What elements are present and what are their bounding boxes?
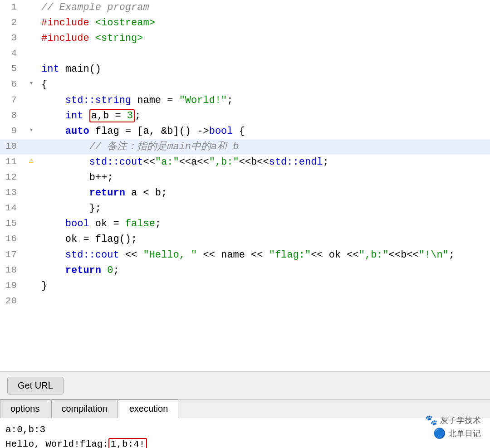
line-code: }: [38, 278, 490, 294]
line-gutter: [25, 46, 38, 62]
line-gutter: [25, 31, 38, 46]
line-number: [0, 309, 25, 325]
line-gutter: [25, 0, 38, 15]
warning-icon: ⚠: [29, 156, 34, 165]
line-number: 12: [0, 170, 25, 185]
line-number: 1: [0, 0, 25, 15]
line-code: return 0;: [38, 263, 490, 278]
bottom-bar: Get URL options compilation execution a:…: [0, 372, 490, 448]
code-table: 1 // Example program 2 #include <iostrea…: [0, 0, 490, 371]
line-gutter: [25, 216, 38, 232]
tab-options[interactable]: options: [0, 399, 50, 418]
table-row: 5 int main(): [0, 62, 490, 77]
line-number: 7: [0, 93, 25, 108]
output-highlighted-value: 1,b:4!: [108, 438, 147, 448]
line-number: 19: [0, 278, 25, 294]
line-gutter: ⚠: [25, 155, 38, 170]
table-row: 18 return 0;: [0, 263, 490, 278]
line-gutter: [25, 201, 38, 216]
table-row: 8 int a,b = 3;: [0, 108, 490, 124]
brand-name-2: 北单日记: [448, 428, 481, 439]
line-code: std::cout<<"a:"<<a<<",b:"<<b<<std::endl;: [38, 155, 490, 170]
tab-execution[interactable]: execution: [119, 399, 179, 418]
line-code: std::string name = "World!";: [38, 93, 490, 108]
output-line-1: a:0,b:3: [5, 423, 485, 437]
table-row: 4: [0, 46, 490, 62]
table-row: 17 std::cout << "Hello, " << name << "fl…: [0, 248, 490, 263]
line-gutter: [25, 278, 38, 294]
table-row: 19 }: [0, 278, 490, 294]
line-code: // Example program: [38, 0, 490, 15]
table-row: 16 ok = flag();: [0, 232, 490, 247]
line-number: 4: [0, 46, 25, 62]
line-number: 11: [0, 155, 25, 170]
table-row: 1 // Example program: [0, 0, 490, 15]
line-gutter: [25, 232, 38, 247]
table-row: 6 ▾ {: [0, 77, 490, 93]
brand-icon-gray: 🐾: [425, 414, 437, 426]
table-row: 20: [0, 294, 490, 309]
line-gutter: [25, 170, 38, 185]
line-gutter: [25, 185, 38, 201]
table-row: [0, 355, 490, 371]
line-code: #include <string>: [38, 31, 490, 46]
line-gutter: [25, 15, 38, 31]
table-row: 15 bool ok = false;: [0, 216, 490, 232]
table-row: [0, 309, 490, 325]
brand-row-1: 🐾 灰子学技术: [425, 414, 481, 426]
line-number: 8: [0, 108, 25, 124]
line-gutter[interactable]: ▾: [25, 77, 38, 93]
line-code: [38, 340, 490, 355]
table-row: 9 ▾ auto flag = [a, &b]() ->bool {: [0, 124, 490, 139]
table-row: [0, 340, 490, 355]
line-gutter: [25, 93, 38, 108]
brand-row-2: 🔵 北单日记: [425, 428, 481, 439]
line-code: [38, 309, 490, 325]
line-number: 17: [0, 248, 25, 263]
line-number: 9: [0, 124, 25, 139]
line-number: [0, 325, 25, 340]
line-code: [38, 294, 490, 309]
line-number: 13: [0, 185, 25, 201]
line-number: 18: [0, 263, 25, 278]
line-code: [38, 325, 490, 340]
line-number: 2: [0, 15, 25, 31]
output-prefix: Hello, World!flag:: [5, 439, 108, 448]
output-area: a:0,b:3 Hello, World!flag:1,b:4!: [0, 418, 490, 448]
line-code: std::cout << "Hello, " << name << "flag:…: [38, 248, 490, 263]
line-number: 10: [0, 139, 25, 155]
table-row: 13 return a < b;: [0, 185, 490, 201]
line-number: 3: [0, 31, 25, 46]
line-number: 6: [0, 77, 25, 93]
line-gutter[interactable]: ▾: [25, 124, 38, 139]
line-code: #include <iostream>: [38, 15, 490, 31]
table-row: 3 #include <string>: [0, 31, 490, 46]
line-code: {: [38, 77, 490, 93]
line-number: 14: [0, 201, 25, 216]
output-line-2: Hello, World!flag:1,b:4!: [5, 437, 485, 448]
line-code: bool ok = false;: [38, 216, 490, 232]
table-row: 10 // 备注：指的是main中的a和 b: [0, 139, 490, 155]
table-row: 14 };: [0, 201, 490, 216]
line-code: auto flag = [a, &b]() ->bool {: [38, 124, 490, 139]
line-code: };: [38, 201, 490, 216]
line-number: 20: [0, 294, 25, 309]
line-code: // 备注：指的是main中的a和 b: [38, 139, 490, 155]
table-row: 2 #include <iostream>: [0, 15, 490, 31]
tab-compilation[interactable]: compilation: [51, 399, 118, 418]
line-number: 16: [0, 232, 25, 247]
line-gutter: [25, 309, 38, 325]
line-code: int a,b = 3;: [38, 108, 490, 124]
line-code: b++;: [38, 170, 490, 185]
table-row: [0, 325, 490, 340]
line-code: [38, 355, 490, 371]
line-gutter: [25, 62, 38, 77]
line-number: [0, 340, 25, 355]
get-url-button[interactable]: Get URL: [7, 377, 64, 394]
brand-name-1: 灰子学技术: [440, 415, 481, 426]
line-gutter: [25, 248, 38, 263]
branding: 🐾 灰子学技术 🔵 北单日记: [425, 414, 481, 441]
table-row: 11 ⚠ std::cout<<"a:"<<a<<",b:"<<b<<std::…: [0, 155, 490, 170]
tabs-row: options compilation execution: [0, 399, 490, 418]
table-row: 12 b++;: [0, 170, 490, 185]
